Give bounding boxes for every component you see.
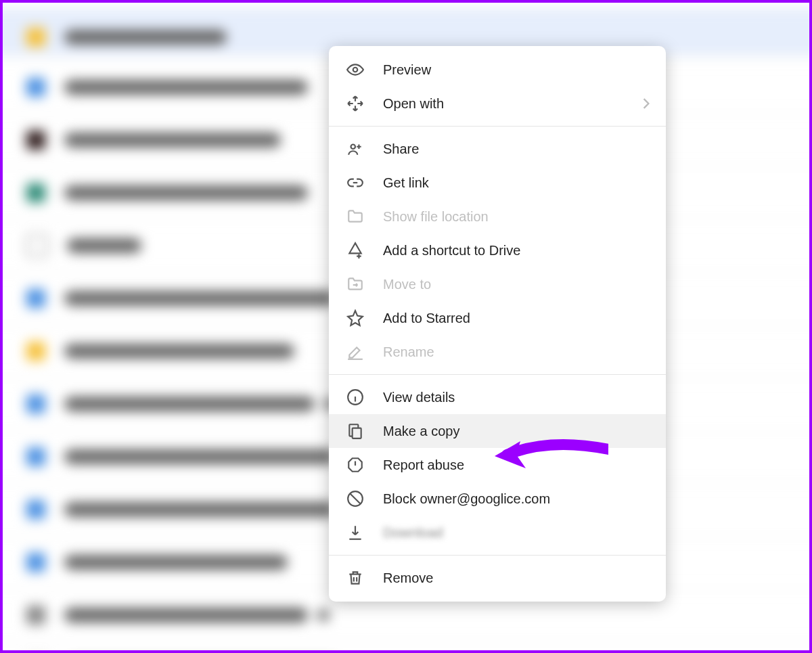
chevron-right-icon [643, 98, 650, 109]
menu-preview[interactable]: Preview [329, 53, 666, 87]
menu-view-details[interactable]: View details [329, 380, 666, 414]
menu-report-abuse[interactable]: Report abuse [329, 448, 666, 482]
menu-download[interactable]: Download [329, 516, 666, 549]
report-icon [346, 456, 364, 474]
menu-label: Show file location [383, 209, 489, 225]
download-icon [346, 524, 364, 541]
menu-separator [329, 555, 666, 556]
menu-remove[interactable]: Remove [329, 561, 666, 595]
menu-label: Open with [383, 96, 444, 112]
svg-rect-3 [353, 428, 361, 438]
menu-share[interactable]: Share [329, 132, 666, 166]
menu-label: View details [383, 390, 455, 405]
menu-label: Block owner@googlice.com [383, 491, 550, 507]
svg-point-1 [351, 145, 356, 150]
info-icon [346, 388, 364, 406]
menu-label: Remove [383, 570, 433, 586]
file-row[interactable] [0, 641, 812, 653]
menu-label: Report abuse [383, 457, 464, 473]
menu-label: Make a copy [383, 424, 459, 439]
menu-separator [329, 126, 666, 127]
menu-rename: Rename [329, 335, 666, 369]
open-with-icon [346, 95, 364, 112]
menu-label: Rename [383, 344, 434, 360]
context-menu: Preview Open with Share Get link [329, 46, 666, 602]
menu-make-copy[interactable]: Make a copy [329, 414, 666, 448]
menu-label: Move to [383, 277, 431, 292]
menu-block[interactable]: Block owner@googlice.com [329, 482, 666, 516]
trash-icon [346, 569, 364, 587]
share-icon [346, 140, 364, 158]
menu-get-link[interactable]: Get link [329, 166, 666, 200]
menu-label: Share [383, 141, 419, 157]
menu-label: Download [383, 525, 443, 541]
visible-suffix: lice.com [501, 491, 550, 506]
menu-add-starred[interactable]: Add to Starred [329, 301, 666, 335]
menu-label: Add to Starred [383, 311, 470, 326]
block-icon [346, 490, 364, 508]
star-icon [346, 309, 364, 327]
pencil-icon [346, 343, 364, 361]
link-icon [346, 174, 364, 192]
menu-separator [329, 374, 666, 375]
drive-shortcut-icon [346, 242, 364, 259]
move-icon [346, 275, 364, 293]
menu-add-shortcut[interactable]: Add a shortcut to Drive [329, 233, 666, 267]
menu-label: Preview [383, 62, 431, 78]
blurred-text: Block owner@goog [383, 491, 501, 506]
menu-open-with[interactable]: Open with [329, 87, 666, 120]
menu-move-to: Move to [329, 267, 666, 301]
eye-icon [346, 61, 364, 78]
copy-icon [346, 422, 364, 440]
svg-point-0 [353, 68, 358, 72]
menu-label: Add a shortcut to Drive [383, 243, 520, 258]
menu-show-location: Show file location [329, 200, 666, 233]
folder-icon [346, 208, 364, 225]
screenshot-frame: Preview Open with Share Get link [0, 0, 812, 653]
menu-label: Get link [383, 175, 429, 191]
